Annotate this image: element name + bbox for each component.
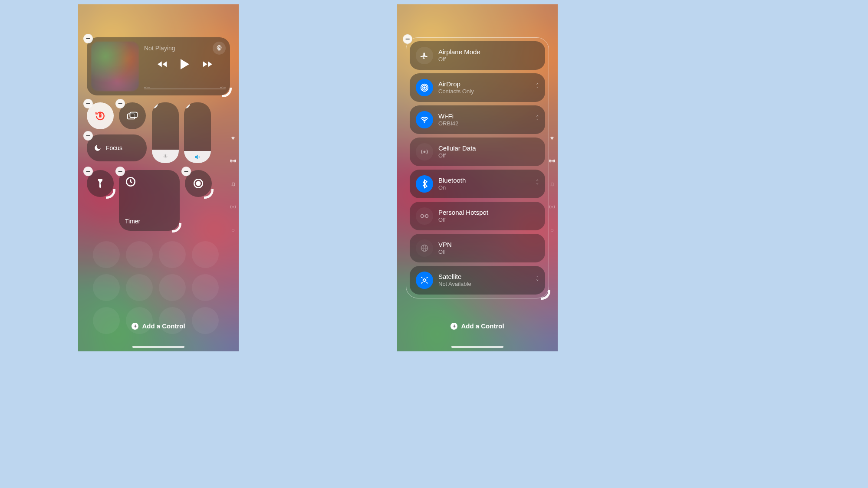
svg-point-15 [424,151,425,152]
remove-button[interactable]: − [83,99,93,108]
antenna-icon [549,158,555,164]
resize-handle[interactable] [172,223,181,233]
row-sub: ORBI42 [438,120,458,127]
cellular-row[interactable]: Cellular Data Off [410,138,545,166]
satellite-row[interactable]: Satellite Not Available ˄˅ [410,266,545,295]
volume-slider[interactable]: − [184,102,211,163]
row-title: Personal Hotspot [438,209,488,217]
focus-label: Focus [106,144,122,151]
sun-icon: ☀ [163,153,168,160]
remove-button[interactable]: − [83,131,93,141]
speaker-icon [194,154,201,160]
chevron-expand-icon[interactable]: ˄˅ [536,116,539,123]
satellite-icon [416,272,433,289]
connectivity-group: − Airplane Mode Off AirDrop Contacts Onl… [406,37,549,298]
screen-record-button[interactable]: − [185,170,212,197]
placeholder-grid [93,241,219,334]
resize-handle[interactable] [541,290,550,300]
home-indicator[interactable] [451,346,503,348]
row-title: Wi-Fi [438,112,458,121]
airplane-mode-row[interactable]: Airplane Mode Off [410,41,545,70]
row-sub: Off [438,56,480,63]
chevron-expand-icon[interactable]: ˄˅ [536,84,539,91]
timer-icon [125,176,174,187]
vpn-row[interactable]: VPN Off [410,234,545,262]
remove-button[interactable]: − [403,34,412,44]
row-sub: Off [438,249,452,255]
timer-tile[interactable]: − Timer [119,170,180,231]
remove-button[interactable]: − [83,167,93,176]
svg-rect-2 [99,115,101,118]
prev-track-button[interactable] [158,60,169,68]
dot-icon: ○ [550,226,554,233]
media-tile[interactable]: − Not Playing [87,37,230,95]
chevron-expand-icon[interactable]: ˄˅ [536,277,539,284]
row-title: AirDrop [438,80,474,88]
remove-button[interactable]: − [152,102,158,108]
resize-handle[interactable] [222,88,232,97]
bluetooth-icon [416,175,433,193]
now-playing-status: Not Playing [144,45,175,52]
add-control-label: Add a Control [142,322,185,330]
resize-handle[interactable] [106,189,115,199]
row-title: Cellular Data [438,144,476,153]
next-track-button[interactable] [201,60,212,68]
add-control-button[interactable]: + Add a Control [78,322,239,330]
focus-button[interactable]: − Focus [87,134,147,161]
remove-button[interactable]: − [115,99,125,108]
heart-icon: ♥ [550,134,554,141]
remove-button[interactable]: − [115,167,125,176]
svg-point-9 [233,160,233,161]
antenna-dim-icon [230,204,236,210]
hotspot-icon [416,207,433,225]
svg-point-22 [552,206,552,207]
remove-button[interactable]: − [83,34,93,43]
resize-handle[interactable] [203,155,211,163]
add-control-label: Add a Control [461,322,504,330]
scrubber[interactable]: --:-- --:-- [144,87,226,91]
music-note-icon: ♫ [231,180,236,187]
timer-label: Timer [125,218,174,225]
page-dots[interactable]: ♥ ♫ ○ [549,134,555,233]
time-elapsed: --:-- [144,85,150,89]
svg-rect-20 [423,278,426,282]
antenna-dim-icon [549,204,555,210]
row-title: VPN [438,241,452,249]
svg-point-5 [100,183,101,185]
screen-mirroring-button[interactable]: − [119,102,146,129]
page-dots[interactable]: ♥ ♫ ○ [230,134,236,233]
music-note-icon: ♫ [550,180,555,187]
cellular-icon [416,143,433,160]
add-control-button[interactable]: + Add a Control [397,322,558,330]
svg-point-1 [218,47,220,49]
airdrop-icon [416,79,433,96]
svg-point-0 [217,46,221,49]
row-sub: On [438,184,466,191]
flashlight-button[interactable]: − [87,170,114,197]
resize-handle[interactable] [204,189,214,199]
remove-button[interactable]: − [184,102,190,108]
phone-left: − Not Playing [78,4,239,351]
hotspot-row[interactable]: Personal Hotspot Off [410,202,545,230]
brightness-slider[interactable]: − ☀ [152,102,179,163]
orientation-lock-button[interactable]: − [87,102,114,129]
remove-button[interactable]: − [181,167,191,176]
svg-point-16 [421,215,424,218]
wifi-icon [416,111,433,128]
row-title: Airplane Mode [438,48,480,56]
row-sub: Contacts Only [438,88,474,95]
svg-point-10 [233,206,233,207]
phone-right: − Airplane Mode Off AirDrop Contacts Onl… [397,4,558,351]
airplay-button[interactable] [213,42,226,55]
airdrop-row[interactable]: AirDrop Contacts Only ˄˅ [410,73,545,102]
vpn-icon [416,239,433,257]
svg-point-11 [423,86,426,89]
play-button[interactable] [180,59,190,69]
wifi-row[interactable]: Wi-Fi ORBI42 ˄˅ [410,105,545,134]
svg-point-14 [424,121,425,123]
moon-icon [94,144,102,152]
home-indicator[interactable] [132,346,184,348]
bluetooth-row[interactable]: Bluetooth On ˄˅ [410,170,545,198]
album-art [91,42,139,91]
chevron-expand-icon[interactable]: ˄˅ [536,180,539,187]
